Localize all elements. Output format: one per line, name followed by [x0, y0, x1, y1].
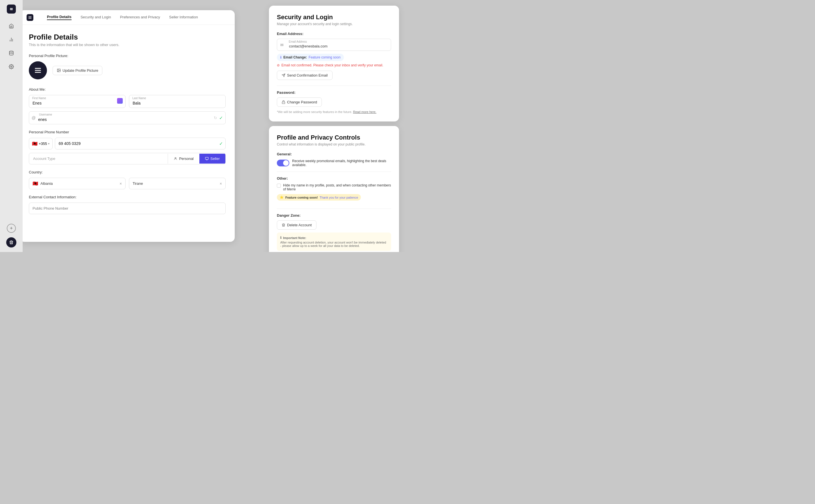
- badge-val: Feature coming soon: [309, 55, 341, 59]
- city-value: Tirane: [133, 181, 143, 186]
- external-contact-section: External Contact Information:: [29, 195, 226, 214]
- read-more-link[interactable]: Read more here.: [353, 110, 376, 114]
- send-confirmation-button[interactable]: Send Confirmation Email: [277, 71, 333, 80]
- email-field-label: Email Address: [289, 40, 307, 43]
- security-panel-title: Security and Login: [277, 14, 391, 21]
- star-icon: ⭐: [280, 195, 284, 199]
- phone-input[interactable]: [55, 138, 226, 149]
- username-group: Username @ ✓ ↻: [29, 111, 226, 124]
- phone-code-selector[interactable]: 🇦🇱 +355 ▾: [29, 138, 53, 149]
- sidebar-item-home[interactable]: [6, 20, 17, 32]
- svg-point-7: [175, 157, 176, 158]
- last-name-group: Last Name: [129, 95, 226, 108]
- check-icon: ✓: [219, 115, 223, 121]
- note-title: ℹ Important Note:: [280, 236, 388, 240]
- tab-profile-details[interactable]: Profile Details: [47, 15, 71, 20]
- toggle-label: Receive weekly promotional emails, highl…: [292, 159, 391, 167]
- delete-account-label: Delete Account: [287, 223, 312, 227]
- general-label: General:: [277, 152, 391, 156]
- page-description: This is the information that will be sho…: [29, 43, 226, 47]
- phone-label: Personal Phone Number: [29, 130, 226, 134]
- other-label: Other:: [277, 176, 391, 181]
- divider: [277, 86, 391, 86]
- sidebar-logo: ≋: [7, 5, 16, 14]
- password-label: Password:: [277, 90, 391, 95]
- divider3: [277, 208, 391, 209]
- about-section: About Me: First Name Last Name Username: [29, 87, 226, 124]
- security-note: *We will be adding more security feature…: [277, 110, 391, 114]
- username-input[interactable]: [29, 111, 226, 124]
- refresh-icon: ↻: [214, 116, 217, 120]
- delete-account-button[interactable]: Delete Account: [277, 220, 317, 230]
- tab-seller-info[interactable]: Seller Information: [169, 15, 198, 20]
- clear-city-button[interactable]: ×: [220, 181, 222, 186]
- sidebar-item-chart[interactable]: [6, 34, 17, 45]
- country-flag-icon: 🇦🇱: [32, 181, 38, 186]
- picture-label: Personal Profile Picture:: [29, 54, 226, 58]
- info-circle-icon: ℹ: [280, 55, 282, 59]
- country-input[interactable]: 🇦🇱 Albania ×: [29, 178, 125, 189]
- main-panel: Profile Details Security and Login Prefe…: [20, 10, 235, 242]
- security-panel: Security and Login Manage your account's…: [269, 6, 399, 121]
- sidebar-item-database[interactable]: [6, 47, 17, 59]
- tab-brand-logo: [27, 14, 33, 21]
- change-password-label: Change Password: [287, 100, 317, 104]
- email-change-badge: ℹ Email Change: Feature coming soon: [277, 54, 344, 61]
- privacy-panel: Profile and Privacy Controls Control wha…: [269, 126, 399, 252]
- sidebar-item-settings[interactable]: [6, 61, 17, 72]
- seller-account-button[interactable]: Seller: [199, 154, 226, 164]
- info-icon: ℹ: [280, 236, 281, 240]
- first-name-label: First Name: [32, 97, 46, 100]
- change-password-button[interactable]: Change Password: [277, 97, 322, 107]
- seller-label: Seller: [211, 157, 220, 161]
- coming-soon-badge: ⭐ Feature coming soon! Thank you for you…: [277, 194, 361, 201]
- account-type-label: Account Type: [29, 153, 168, 164]
- profile-picture-section: Update Profile Picture: [29, 61, 226, 79]
- svg-rect-8: [205, 157, 209, 160]
- error-circle-icon: ⊘: [277, 63, 280, 67]
- avatar: [29, 61, 47, 79]
- svg-point-3: [9, 51, 13, 53]
- email-error-text: ⊘ Email not confirmed. Please check your…: [277, 63, 391, 67]
- tab-security-login[interactable]: Security and Login: [81, 15, 111, 20]
- external-contact-label: External Contact Information:: [29, 195, 226, 199]
- account-type-row: Account Type Personal Seller: [29, 153, 226, 164]
- gem-decoration: [117, 98, 123, 105]
- phone-row: 🇦🇱 +355 ▾ ✓: [29, 138, 226, 149]
- email-field-wrap: ✉ Email Address: [277, 39, 391, 51]
- personal-account-button[interactable]: Personal: [168, 154, 199, 164]
- promo-emails-toggle[interactable]: [277, 160, 289, 166]
- country-section: Country: 🇦🇱 Albania × Tirane ×: [29, 170, 226, 189]
- tab-logo-wrap: [27, 14, 36, 21]
- mail-icon: ✉: [280, 43, 284, 47]
- city-input[interactable]: Tirane ×: [129, 178, 226, 189]
- divider2: [277, 171, 391, 172]
- public-phone-input[interactable]: [29, 203, 226, 214]
- plus-icon: +: [10, 225, 13, 231]
- note-text: After requesting account deletion, your …: [280, 241, 386, 247]
- svg-point-4: [11, 66, 12, 68]
- first-name-group: First Name: [29, 95, 125, 108]
- privacy-panel-desc: Control what information is displayed on…: [277, 142, 391, 146]
- personal-label: Personal: [179, 157, 193, 161]
- logo-icon: ≋: [10, 7, 13, 11]
- tab-preferences-privacy[interactable]: Preferences and Privacy: [120, 15, 160, 20]
- error-message: Email not confirmed. Please check your i…: [281, 63, 383, 67]
- update-profile-picture-button[interactable]: Update Profile Picture: [53, 66, 102, 75]
- chevron-down-icon: ▾: [48, 142, 49, 145]
- clear-country-button[interactable]: ×: [120, 181, 122, 186]
- name-row: First Name Last Name: [29, 95, 226, 108]
- hide-name-checkbox[interactable]: [277, 184, 281, 188]
- username-label: Username: [39, 113, 52, 116]
- profile-content: Profile Details This is the information …: [20, 25, 235, 242]
- important-note: ℹ Important Note: After requesting accou…: [277, 233, 391, 251]
- svg-rect-13: [282, 102, 285, 104]
- svg-point-6: [58, 69, 58, 70]
- page-title: Profile Details: [29, 33, 226, 42]
- sidebar-add-button[interactable]: +: [7, 224, 16, 233]
- security-panel-desc: Manage your account's security and login…: [277, 22, 391, 26]
- tab-bar: Profile Details Security and Login Prefe…: [20, 10, 235, 25]
- right-panels: Security and Login Manage your account's…: [269, 6, 399, 252]
- at-icon: @: [32, 116, 36, 120]
- hide-name-label: Hide my name in my profile, posts, and w…: [283, 183, 391, 191]
